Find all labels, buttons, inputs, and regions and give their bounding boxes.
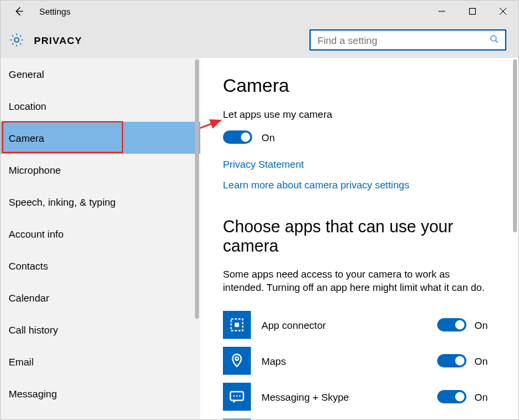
sidebar-scrollbar[interactable] xyxy=(188,58,199,420)
app-name: App connector xyxy=(261,319,326,331)
maximize-button[interactable] xyxy=(457,1,488,22)
sidebar-item-calendar[interactable]: Calendar xyxy=(1,282,200,314)
content-pane: Camera Let apps use my camera On Privacy… xyxy=(200,58,518,420)
sidebar-item-location[interactable]: Location xyxy=(1,90,200,122)
titlebar: Settings xyxy=(1,1,518,22)
svg-point-4 xyxy=(15,38,19,42)
svg-rect-8 xyxy=(235,323,240,327)
svg-point-5 xyxy=(491,35,496,41)
close-button[interactable] xyxy=(488,1,518,22)
svg-line-6 xyxy=(496,40,498,43)
settings-window: Settings PRIVACY xyxy=(0,0,519,420)
svg-point-9 xyxy=(236,357,239,360)
svg-point-12 xyxy=(236,395,238,397)
content-scrollbar[interactable] xyxy=(513,59,517,232)
svg-rect-1 xyxy=(470,9,476,15)
apps-heading: Choose apps that can use your camera xyxy=(223,217,490,256)
master-toggle[interactable] xyxy=(223,130,252,144)
app-toggle[interactable] xyxy=(437,390,466,403)
app-toggle[interactable] xyxy=(437,354,466,367)
header: PRIVACY xyxy=(1,22,518,58)
app-name: Messaging + Skype xyxy=(261,391,349,403)
sidebar-item-microphone[interactable]: Microphone xyxy=(1,154,200,186)
sidebar-item-contacts[interactable]: Contacts xyxy=(1,250,200,282)
sidebar-item-speech-inking-typing[interactable]: Speech, inking, & typing xyxy=(1,186,200,218)
app-row: MapsOn xyxy=(223,343,490,379)
app-row: Messaging + SkypeOn xyxy=(223,379,490,415)
app-toggle-state: On xyxy=(474,391,488,403)
messaging-icon xyxy=(223,383,251,411)
privacy-statement-link[interactable]: Privacy Statement xyxy=(223,158,490,170)
sidebar-item-email[interactable]: Email xyxy=(1,345,200,377)
svg-point-13 xyxy=(239,395,240,397)
search-input[interactable] xyxy=(316,34,489,47)
apps-description: Some apps need access to your camera to … xyxy=(223,268,489,294)
sidebar-item-call-history[interactable]: Call history xyxy=(1,314,200,345)
app-toggle-state: On xyxy=(474,319,488,331)
page-title: Camera xyxy=(223,75,490,97)
master-toggle-state: On xyxy=(261,132,275,143)
search-icon xyxy=(489,34,500,47)
sidebar-item-account-info[interactable]: Account info xyxy=(1,218,200,250)
sidebar: GeneralLocationCameraMicrophoneSpeech, i… xyxy=(1,58,200,420)
minimize-button[interactable] xyxy=(427,1,457,22)
app-name: Maps xyxy=(261,355,286,367)
connector-icon xyxy=(223,311,251,339)
sidebar-item-camera[interactable]: Camera xyxy=(1,122,200,154)
app-toggle-state: On xyxy=(474,355,488,367)
window-title: Settings xyxy=(39,7,71,17)
app-toggle[interactable] xyxy=(437,318,466,331)
svg-point-11 xyxy=(234,395,235,397)
master-toggle-caption: Let apps use my camera xyxy=(223,108,490,120)
app-row: App connectorOn xyxy=(223,307,490,343)
search-box[interactable] xyxy=(309,29,506,51)
gear-icon xyxy=(9,32,25,48)
learn-more-link[interactable]: Learn more about camera privacy settings xyxy=(223,179,490,190)
maps-icon xyxy=(223,347,251,375)
sidebar-item-general[interactable]: General xyxy=(1,58,200,90)
sidebar-item-messaging[interactable]: Messaging xyxy=(1,377,200,409)
app-row: Microsoft EdgeOn xyxy=(223,415,490,420)
back-button[interactable] xyxy=(13,5,25,17)
page-category: PRIVACY xyxy=(34,35,83,46)
